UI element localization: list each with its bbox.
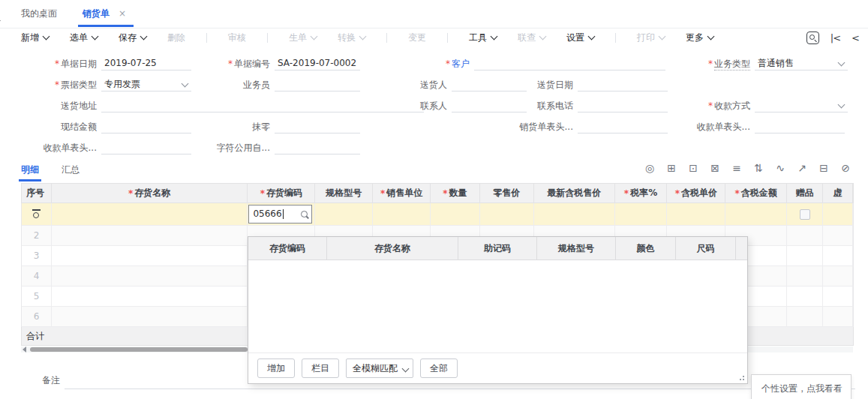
export-icon[interactable]: ↗ xyxy=(796,162,808,174)
audit-button[interactable]: 审核 xyxy=(228,32,246,44)
popup-column-header-color[interactable]: 颜色 xyxy=(616,237,676,260)
grid-cell-seq[interactable]: 2 xyxy=(22,226,52,245)
grid-cell-item-name[interactable] xyxy=(52,266,248,286)
popup-column-header-spec-model[interactable]: 规格型号 xyxy=(537,237,616,260)
popup-column-header-item-code[interactable]: 存货编码 xyxy=(248,237,327,260)
invoice-type-input[interactable]: 专用发票 xyxy=(101,77,191,92)
chart-icon[interactable]: ∿ xyxy=(774,162,786,174)
grid-cell-item-name[interactable] xyxy=(52,203,248,225)
related-query-button[interactable]: 联查 xyxy=(518,32,545,44)
grid-cell-quantity[interactable] xyxy=(431,203,480,225)
delete-rows-icon[interactable]: ⊠ xyxy=(709,162,721,174)
match-mode-select[interactable]: 全模糊匹配 xyxy=(346,358,413,378)
grid-cell-gift[interactable] xyxy=(787,266,823,286)
contact-phone-input[interactable] xyxy=(578,98,668,112)
delete-button[interactable]: 删除 xyxy=(167,32,185,44)
personalize-tooltip[interactable]: 个性设置，点我看看 xyxy=(751,374,851,399)
salesman-input[interactable] xyxy=(275,77,360,92)
grid-cell-seq[interactable]: 6 xyxy=(22,307,52,326)
grid-cell-gift[interactable] xyxy=(787,203,823,225)
grid-cell-gift[interactable] xyxy=(787,246,823,266)
grid-cell-item-name[interactable] xyxy=(52,307,248,326)
scrollbar-thumb[interactable] xyxy=(30,347,248,352)
grid-cell-gift[interactable] xyxy=(787,226,823,245)
chevron-down-icon[interactable] xyxy=(838,59,845,67)
grid-cell-virtual[interactable] xyxy=(823,286,853,306)
column-header-item-name[interactable]: *存货名称 xyxy=(52,184,248,202)
locate-row-icon[interactable]: ◎ xyxy=(644,162,656,174)
delivery-date-input[interactable] xyxy=(578,77,668,92)
print-button[interactable]: 打印 xyxy=(637,32,665,44)
columns-button[interactable]: 栏目 xyxy=(302,358,339,378)
popup-column-header-retail[interactable]: 零 xyxy=(736,237,748,260)
all-button[interactable]: 全部 xyxy=(420,358,458,378)
doc-date-input[interactable]: 2019-07-25 xyxy=(101,56,191,70)
first-record-icon[interactable]: |< xyxy=(830,32,840,44)
grid-cell-seq[interactable] xyxy=(22,203,52,225)
new-button[interactable]: 新增 xyxy=(21,32,49,44)
preview-icon[interactable] xyxy=(806,32,819,44)
column-header-tax-unit-price[interactable]: *含税单价 xyxy=(667,184,725,202)
grid-cell-sales-unit[interactable] xyxy=(373,203,431,225)
item-code-editor[interactable]: 05666 xyxy=(248,205,312,224)
grid-cell-seq[interactable]: 3 xyxy=(22,246,52,266)
prev-record-icon[interactable]: < xyxy=(851,32,859,44)
batch-edit-icon[interactable]: ≡ xyxy=(731,162,743,174)
column-header-retail-price[interactable]: 零售价 xyxy=(480,184,534,202)
column-header-tax-amount[interactable]: *含税金额 xyxy=(725,184,787,202)
grid-cell-item-name[interactable] xyxy=(52,286,248,306)
business-type-input[interactable]: 普通销售 xyxy=(755,56,848,70)
char-common-custom-input[interactable] xyxy=(275,140,360,154)
grid-cell-gift[interactable] xyxy=(787,307,823,326)
grid-cell-virtual[interactable] xyxy=(823,266,853,286)
column-header-seq[interactable]: 序号 xyxy=(22,184,52,202)
gift-checkbox[interactable] xyxy=(800,209,810,220)
column-layout-icon[interactable]: ⊟ xyxy=(818,162,830,174)
grid-cell-tax-unit-price[interactable] xyxy=(667,203,725,225)
grid-row-editing[interactable]: 05666 xyxy=(21,203,854,226)
column-header-tax-rate[interactable]: *税率% xyxy=(615,184,668,202)
sales-header-custom-input[interactable] xyxy=(578,119,668,134)
column-header-gift[interactable]: 赠品 xyxy=(787,184,823,202)
add-item-button[interactable]: 增加 xyxy=(257,358,295,378)
save-button[interactable]: 保存 xyxy=(119,32,146,44)
payment-method-input[interactable] xyxy=(755,98,848,112)
customer-input[interactable] xyxy=(474,56,665,70)
grid-cell-latest-tax-price[interactable] xyxy=(534,203,615,225)
tab-sales-order[interactable]: 销货单× xyxy=(83,0,126,27)
column-header-quantity[interactable]: *数量 xyxy=(431,184,480,202)
grid-cell-seq[interactable]: 5 xyxy=(22,286,52,306)
grid-cell-item-name[interactable] xyxy=(52,246,248,266)
grid-cell-spec-model[interactable] xyxy=(315,203,373,225)
grid-cell-seq[interactable]: 4 xyxy=(22,266,52,286)
grid-cell-tax-rate[interactable] xyxy=(615,203,668,225)
column-header-virtual[interactable]: 虚 xyxy=(823,184,853,202)
tab-close-icon[interactable]: × xyxy=(119,8,126,19)
grid-cell-item-code[interactable]: 05666 xyxy=(248,203,315,225)
delivery-address-input[interactable] xyxy=(101,98,424,112)
generate-doc-button[interactable]: 生单 xyxy=(289,32,317,44)
convert-button[interactable]: 转换 xyxy=(338,32,365,44)
grid-cell-gift[interactable] xyxy=(787,286,823,306)
resize-handle[interactable] xyxy=(738,374,745,381)
tab-detail[interactable]: 明细 xyxy=(21,160,39,182)
grid-cell-virtual[interactable] xyxy=(823,246,853,266)
column-header-sales-unit[interactable]: *销售单位 xyxy=(373,184,431,202)
item-search-icon[interactable] xyxy=(301,211,308,218)
popup-column-header-item-name[interactable]: 存货名称 xyxy=(327,237,458,260)
tools-button[interactable]: 工具 xyxy=(469,32,497,44)
grid-cell-tax-amount[interactable] xyxy=(725,203,787,225)
change-button[interactable]: 变更 xyxy=(408,32,426,44)
tab-my-desktop[interactable]: 我的桌面 xyxy=(21,0,57,27)
grid-cell-retail-price[interactable] xyxy=(480,203,534,225)
chevron-down-icon[interactable] xyxy=(182,80,189,88)
receipt-header-custom-input[interactable] xyxy=(755,119,845,134)
rounding-input[interactable] xyxy=(275,119,360,134)
settings-button[interactable]: 设置 xyxy=(566,32,594,44)
scroll-left-arrow-icon[interactable] xyxy=(23,346,26,352)
grid-cell-virtual[interactable] xyxy=(823,307,853,326)
grid-cell-virtual[interactable] xyxy=(823,203,853,225)
doc-number-input[interactable]: SA-2019-07-0002 xyxy=(275,56,360,70)
more-button[interactable]: 更多 xyxy=(686,32,713,44)
column-header-item-code[interactable]: *存货编码 xyxy=(248,184,315,202)
